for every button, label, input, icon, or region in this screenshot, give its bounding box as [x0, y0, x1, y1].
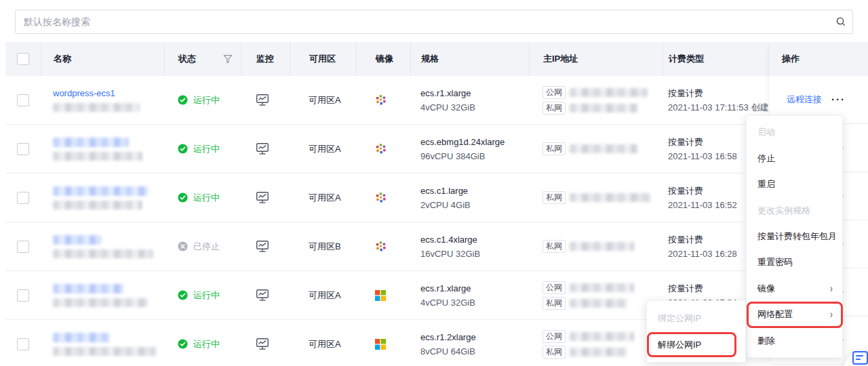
ip-address-redacted	[570, 332, 634, 341]
column-header-label: 计费类型	[669, 53, 704, 65]
search-icon[interactable]	[829, 16, 852, 27]
monitoring-cell	[241, 174, 290, 222]
row-checkbox-cell	[5, 271, 41, 319]
table-header: 名称状态监控可用区镜像规格主IP地址计费类型	[5, 42, 868, 76]
menu-item-8[interactable]: 删除	[747, 328, 842, 354]
column-header-label: 监控	[256, 53, 274, 65]
monitoring-icon[interactable]	[256, 94, 269, 106]
ip-type-tag: 私网	[542, 102, 566, 115]
ip-type-tag: 公网	[542, 86, 566, 99]
menu-item-2[interactable]: 重启	[747, 171, 842, 197]
row-checkbox-cell	[5, 222, 41, 270]
menu-item-4[interactable]: 按量计费转包年包月	[747, 224, 842, 249]
availability-zone-cell: 可用区A	[290, 320, 356, 366]
table-row: wordpress-ecs1运行中可用区Aecs.r1.xlarge4vCPU …	[5, 76, 868, 125]
ip-entry: 私网	[542, 142, 637, 155]
menu-item-label: 网络配置	[757, 308, 793, 321]
menu-item-5[interactable]: 重置密码	[747, 249, 842, 275]
status-badge: 运行中	[193, 289, 220, 302]
menu-item-label: 镜像	[757, 283, 775, 295]
image-cell	[356, 271, 410, 319]
column-header-label: 镜像	[376, 53, 393, 65]
menu-item-label: 停止	[757, 152, 775, 165]
image-cell	[356, 174, 410, 222]
filter-icon[interactable]	[223, 54, 233, 64]
instance-name-cell	[41, 174, 164, 222]
status-cell: 运行中	[164, 125, 241, 173]
row-checkbox[interactable]	[17, 338, 29, 350]
monitoring-icon[interactable]	[256, 191, 269, 204]
row-checkbox[interactable]	[17, 143, 29, 155]
monitoring-cell	[241, 76, 290, 124]
row-checkbox[interactable]	[17, 94, 29, 106]
ip-cell: 私网	[529, 125, 663, 173]
instance-name-link[interactable]: wordpress-ecs1	[53, 88, 115, 98]
ip-cell: 私网	[529, 174, 663, 222]
feedback-chat-icon	[852, 351, 868, 365]
ip-cell: 私网	[529, 222, 663, 270]
monitoring-cell	[241, 320, 290, 366]
spec-name: ecs.c1.4xlarge	[420, 232, 477, 247]
table-row: 已停止可用区Becs.c1.4xlarge16vCPU 32GiB私网按量计费2…	[5, 222, 868, 271]
column-header-monitor: 监控	[241, 42, 290, 76]
ip-address-redacted	[570, 283, 634, 292]
ip-entry: 公网	[542, 281, 634, 294]
os-flower-logo-icon	[375, 143, 387, 155]
status-cell: 运行中	[164, 320, 241, 366]
spec-cell: ecs.r1.xlarge4vCPU 32GiB	[410, 76, 529, 124]
status-badge: 已停止	[193, 241, 220, 253]
billing-type: 按量计费	[668, 232, 703, 247]
monitoring-icon[interactable]	[256, 142, 269, 155]
ip-entry: 公网	[542, 330, 634, 343]
billing-type: 按量计费	[668, 281, 703, 296]
search-input[interactable]	[16, 16, 829, 27]
row-checkbox[interactable]	[17, 289, 29, 302]
column-header-ip: 主IP地址	[529, 42, 663, 76]
menu-item-1[interactable]: 停止	[747, 145, 842, 171]
availability-zone-cell: 可用区B	[290, 222, 356, 270]
select-all-checkbox[interactable]	[17, 53, 29, 65]
monitoring-icon[interactable]	[256, 289, 269, 302]
status-running-icon	[178, 290, 188, 300]
menu-item-label: 按量计费转包年包月	[757, 230, 837, 243]
menu-item-7-highlighted[interactable]: 网络配置›	[747, 302, 842, 327]
remote-connect-link[interactable]: 远程连接	[787, 94, 822, 106]
ip-entry: 私网	[542, 240, 634, 253]
ip-type-tag: 公网	[542, 281, 566, 294]
instance-name-cell	[41, 222, 164, 270]
ip-entry: 私网	[542, 346, 627, 359]
billing-time: 2021-11-03 16:58	[668, 149, 737, 163]
column-header-label: 状态	[178, 53, 196, 65]
menu-item-label: 启动	[757, 126, 775, 138]
instance-name-cell: wordpress-ecs1	[41, 76, 164, 124]
submenu-item-label: 解绑公网IP	[658, 339, 701, 351]
spec-detail: 16vCPU 32GiB	[420, 247, 480, 261]
availability-zone-label: 可用区A	[309, 192, 341, 204]
spec-name: ecs.r1.xlarge	[420, 86, 471, 100]
ip-entry: 私网	[542, 191, 651, 204]
spec-cell: ecs.r1.2xlarge8vCPU 64GiB	[410, 320, 529, 366]
instance-name-cell	[41, 271, 164, 319]
spec-name: ecs.c1.large	[420, 184, 468, 198]
spec-cell: ecs.c1.large2vCPU 4GiB	[410, 174, 529, 222]
column-header-label: 主IP地址	[543, 53, 578, 65]
more-actions-button[interactable]: ···	[831, 96, 846, 103]
status-running-icon	[178, 192, 188, 203]
billing-type: 按量计费	[668, 86, 703, 100]
submenu-item-1-highlighted[interactable]: 解绑公网IP	[647, 331, 745, 358]
operation-column-header: 操作	[770, 42, 868, 76]
ip-type-tag: 公网	[542, 330, 566, 343]
row-checkbox[interactable]	[17, 192, 29, 204]
row-checkbox-cell	[5, 174, 41, 222]
ip-entry: 私网	[542, 102, 637, 115]
monitoring-icon[interactable]	[256, 338, 269, 350]
billing-type: 按量计费	[668, 184, 703, 198]
monitoring-cell	[241, 125, 290, 173]
status-running-icon	[178, 144, 188, 154]
ip-type-tag: 私网	[542, 297, 566, 310]
menu-item-6[interactable]: 镜像›	[747, 276, 842, 302]
monitoring-icon[interactable]	[256, 240, 269, 253]
windows-logo-icon	[375, 290, 386, 301]
row-checkbox[interactable]	[17, 241, 29, 253]
column-header-check	[5, 42, 41, 76]
